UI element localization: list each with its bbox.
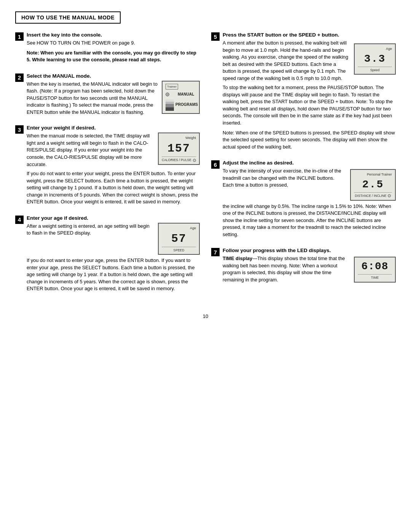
weight-display: Weight 157 CALORIES / PULSE [158,133,200,165]
step-4-img-block: After a weight setting is entered, an ag… [27,223,200,255]
step-7-body: TIME display—This display shows the tota… [223,255,396,283]
incline-dot [388,194,391,197]
step-2-body: When the key is inserted, the MANUAL ind… [27,81,200,116]
time-display-title: TIME display [223,256,252,261]
step-3-title: Enter your weight if desired. [27,125,200,131]
age-label-bottom: SPEED [162,247,196,252]
step-3-body: When the manual mode is selected, the TI… [27,133,200,205]
step-2-number: 2 [15,73,24,82]
step-6-para2: the incline will change by 0.5%. The inc… [223,203,396,238]
manual-indicator-text: MANUAL [178,92,194,97]
age-label-top: Age [162,226,196,231]
step-5-number: 5 [211,32,220,41]
step-7-text1: TIME display—This display shows the tota… [223,255,350,283]
step-2-img-block: When the key is inserted, the MANUAL ind… [27,81,200,116]
step-7-content: Follow your progress with the LED displa… [223,248,396,286]
step-4-para2: If you do not want to enter your age, pr… [27,257,200,292]
step-1-number: 1 [15,32,24,41]
incline-display: Personal Trainer 2.5 DISTANCE / INCLINE [350,169,396,200]
step-5-content: Press the START button or the SPEED + bu… [223,32,396,153]
weight-label-bottom-text: CALORIES / PULSE [162,158,191,162]
step-6-content: Adjust the incline as desired. To vary t… [223,160,396,241]
step-6-text1: To vary the intensity of your exercise, … [223,168,346,189]
step-4-content: Enter your age if desired. After a weigh… [27,215,200,295]
step-3-para2: If you do not want to enter your weight,… [27,170,200,206]
trainer-label: Trainer [166,84,178,90]
step-7-img-block: TIME display—This display shows the tota… [223,255,396,283]
step-5-body: A moment after the button is pressed, th… [223,40,396,150]
step-3-text1: When the manual mode is selected, the TI… [27,133,154,168]
speed-number-5: 3.3 [358,52,392,66]
step-5-para2: To stop the walking belt for a moment, p… [223,84,396,126]
step-3-number: 3 [15,125,24,134]
speed-display-5: Age 3.3 Speed [354,43,396,75]
step-5-para3: Note: When one of the SPEED buttons is p… [223,129,396,151]
step-4-text1: After a weight setting is entered, an ag… [27,223,154,237]
step-4-number: 4 [15,216,24,224]
programs-row: PROGRAMS [166,99,196,111]
age-number: 57 [162,232,196,246]
trainer-row: Trainer [166,84,196,90]
right-column: 5 Press the START button or the SPEED + … [211,32,396,302]
step-1-para1: See HOW TO TURN ON THE POWER on page 9. [27,40,200,47]
speed-label-bottom-5: Speed [358,67,392,72]
manual-dot [166,93,169,96]
step-5-body1-text: A moment after the button is pressed, th… [223,40,348,81]
step-4-title: Enter your age if desired. [27,215,200,221]
step-2: 2 Select the MANUAL mode. When the key i… [15,73,200,118]
step-2-text: When the key is inserted, the MANUAL ind… [27,81,158,116]
age-display: Age 57 SPEED [158,223,200,255]
step-6-img-block: To vary the intensity of your exercise, … [223,168,396,200]
step-4-body: After a weight setting is entered, an ag… [27,223,200,292]
step-7: 7 Follow your progress with the LED disp… [211,248,396,286]
time-number: 6:08 [358,260,392,273]
weight-label-top: Weight [162,136,196,141]
left-column: 1 Insert the key into the console. See H… [15,32,200,302]
step-1-body: See HOW TO TURN ON THE POWER on page 9. … [27,40,200,64]
step-7-number: 7 [211,248,220,256]
step-5-img-block: A moment after the button is pressed, th… [223,40,396,82]
step-1: 1 Insert the key into the console. See H… [15,32,200,66]
step-3-img-block: When the manual mode is selected, the TI… [27,133,200,168]
step-6-body: To vary the intensity of your exercise, … [223,168,396,238]
manual-panel: Trainer MANUAL PROGRAMS [162,81,200,114]
step-5-title: Press the START button or the SPEED + bu… [223,32,396,38]
step-6: 6 Adjust the incline as desired. To vary… [211,160,396,241]
weight-label-bottom: CALORIES / PULSE [162,157,196,162]
time-display-dash: — [252,256,257,261]
step-1-content: Insert the key into the console. See HOW… [27,32,200,66]
incline-number: 2.5 [354,178,392,192]
weight-number: 157 [162,141,196,156]
programs-text: PROGRAMS [175,102,198,108]
speed-label-top-5: Age [358,46,392,51]
step-2-content: Select the MANUAL mode. When the key is … [27,73,200,118]
step-4: 4 Enter your age if desired. After a wei… [15,215,200,295]
step-6-title: Adjust the incline as desired. [223,160,396,166]
step-7-title: Follow your progress with the LED displa… [223,248,396,253]
incline-label-top: Personal Trainer [354,172,392,177]
step-5-text1: A moment after the button is pressed, th… [223,40,350,82]
step-3: 3 Enter your weight if desired. When the… [15,125,200,208]
step-5: 5 Press the START button or the SPEED + … [211,32,396,153]
step-3-content: Enter your weight if desired. When the m… [27,125,200,208]
time-display: 6:08 TIME [354,257,396,282]
step-1-note: Note: When you are familiar with the con… [27,50,200,64]
step-2-title: Select the MANUAL mode. [27,73,200,79]
incline-label-bottom-text: DISTANCE / INCLINE [355,193,387,198]
step-1-title: Insert the key into the console. [27,32,200,38]
page-number: 10 [15,313,396,319]
step-6-number: 6 [211,160,220,169]
bar-graphic [166,99,174,111]
incline-label-bottom: DISTANCE / INCLINE [354,192,392,198]
weight-dot [193,159,196,162]
time-label-bottom: TIME [358,274,392,280]
header-box: HOW TO USE THE MANUAL MODE [15,11,121,24]
